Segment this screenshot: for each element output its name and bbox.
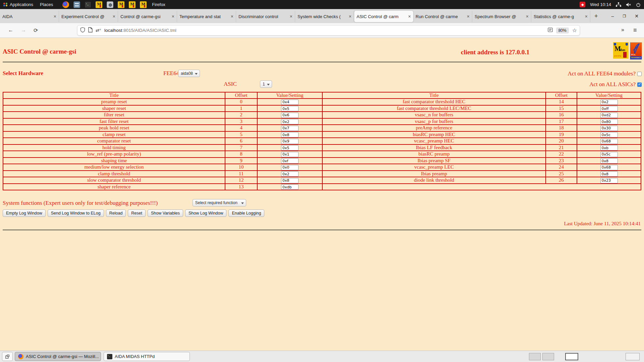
places-menu[interactable]: Places: [37, 0, 56, 9]
register-value-input[interactable]: [281, 178, 299, 183]
register-value-input[interactable]: [281, 145, 299, 150]
tab-close-icon[interactable]: ×: [172, 14, 174, 19]
workspace-1[interactable]: [529, 353, 541, 360]
midas-logo[interactable]: M idas powered by: [613, 42, 629, 59]
midas-launcher-icon[interactable]: [140, 1, 147, 8]
tab-close-icon[interactable]: ×: [467, 14, 470, 19]
action-button-send-log-window-to-elog[interactable]: Send Log Window to ELog: [48, 209, 104, 217]
action-button-reload[interactable]: Reload: [106, 209, 126, 217]
notification-icon[interactable]: ◆: [580, 2, 585, 7]
zoom-level-button[interactable]: 80%: [556, 27, 569, 34]
clock[interactable]: Wed 10:14: [590, 2, 611, 7]
register-value-input[interactable]: [600, 119, 618, 124]
register-value-input[interactable]: [281, 132, 299, 137]
url-text[interactable]: localhost:8015/AIDA/ASIC/ASIC.tml: [104, 28, 176, 33]
register-value-input[interactable]: [281, 126, 299, 131]
register-value-input[interactable]: [600, 139, 618, 144]
register-value-input[interactable]: [600, 158, 618, 164]
tab-close-icon[interactable]: ×: [408, 14, 411, 19]
show-desktop-button[interactable]: [2, 352, 13, 361]
shield-icon[interactable]: [80, 27, 85, 34]
workspace-2[interactable]: [542, 353, 554, 360]
browser-tab[interactable]: System wide Checks (×: [295, 11, 354, 22]
browser-tab[interactable]: Control @ carme-gsi×: [118, 11, 177, 22]
tab-close-icon[interactable]: ×: [290, 14, 292, 19]
register-value-input[interactable]: [281, 113, 299, 118]
action-button-show-log-window[interactable]: Show Log Window: [185, 209, 227, 217]
new-tab-button[interactable]: +: [590, 13, 602, 20]
terminal-launcher-icon[interactable]: [85, 1, 91, 8]
asic-select[interactable]: 1: [260, 80, 272, 88]
reload-button[interactable]: ⟳: [34, 27, 38, 34]
toolbar-overflow-icon[interactable]: »: [621, 27, 624, 33]
tcl-powered-logo[interactable]: TCL POWERED: [630, 42, 642, 60]
register-value-input[interactable]: [281, 139, 299, 144]
tab-close-icon[interactable]: ×: [54, 14, 56, 19]
midas-launcher-icon[interactable]: [129, 1, 136, 8]
power-icon[interactable]: [636, 2, 641, 7]
action-button-empty-log-window[interactable]: Empty Log Window: [3, 209, 46, 217]
forward-button[interactable]: →: [21, 27, 26, 33]
browser-tab[interactable]: Run Control @ carme×: [413, 11, 472, 22]
page-info-icon[interactable]: [88, 27, 93, 34]
browser-tab[interactable]: AIDA×: [0, 11, 59, 22]
action-button-reset[interactable]: Reset: [128, 209, 146, 217]
register-value-input[interactable]: [281, 165, 299, 170]
browser-tab[interactable]: Statistics @ carme-g×: [531, 11, 590, 22]
register-value-input[interactable]: [600, 126, 618, 131]
register-value-input[interactable]: [600, 132, 618, 137]
window-close-button[interactable]: ✕: [635, 13, 639, 19]
action-button-show-variables[interactable]: Show Variables: [148, 209, 183, 217]
register-value-input[interactable]: [281, 100, 299, 105]
workspace-4[interactable]: [626, 353, 640, 360]
browser-tab[interactable]: Experiment Control @×: [59, 11, 118, 22]
taskbar-window-button[interactable]: ASIC Control @ carme-gsi — Mozill...: [15, 352, 101, 361]
act-on-all-asics-checkbox[interactable]: [637, 82, 642, 87]
tab-close-icon[interactable]: ×: [585, 14, 588, 19]
register-value-input[interactable]: [600, 106, 618, 111]
register-value-input[interactable]: [600, 113, 618, 118]
reader-mode-icon[interactable]: [548, 27, 553, 33]
firefox-launcher-icon[interactable]: [62, 1, 69, 8]
tab-close-icon[interactable]: ×: [231, 14, 233, 19]
act-on-all-fee64-checkbox[interactable]: [637, 72, 642, 76]
register-value-input[interactable]: [600, 165, 618, 170]
register-value-input[interactable]: [600, 145, 618, 150]
focused-app-name[interactable]: Firefox: [152, 2, 165, 7]
tab-close-icon[interactable]: ×: [349, 14, 352, 19]
register-value-input[interactable]: [600, 178, 618, 183]
midas-launcher-icon[interactable]: [96, 1, 102, 8]
register-value-input[interactable]: [281, 119, 299, 124]
back-button[interactable]: ←: [8, 27, 13, 33]
window-minimize-button[interactable]: –: [611, 13, 614, 19]
register-value-input[interactable]: [281, 184, 299, 190]
volume-muted-icon[interactable]: [626, 2, 631, 7]
tab-close-icon[interactable]: ×: [113, 14, 115, 19]
register-value-input[interactable]: [281, 171, 299, 177]
register-value-input[interactable]: [600, 171, 618, 177]
hamburger-menu-icon[interactable]: ≡: [633, 27, 637, 34]
file-manager-launcher-icon[interactable]: [73, 1, 80, 8]
register-value-input[interactable]: [281, 106, 299, 111]
taskbar-window-button[interactable]: AIDA MIDAS HTTPd: [104, 352, 190, 361]
browser-tab[interactable]: Spectrum Browser @×: [472, 11, 531, 22]
browser-tab[interactable]: ASIC Control @ carm×: [354, 11, 413, 22]
bookmark-star-icon[interactable]: ☆: [572, 27, 577, 34]
system-functions-select[interactable]: Select required function: [193, 199, 246, 206]
browser-tab[interactable]: Temperature and stat×: [177, 11, 236, 22]
tab-close-icon[interactable]: ×: [526, 14, 529, 19]
register-value-input[interactable]: [600, 152, 618, 157]
register-value-input[interactable]: [281, 158, 299, 164]
midas-launcher-icon[interactable]: [118, 1, 124, 8]
permissions-icon[interactable]: ⇄°: [96, 28, 101, 33]
window-maximize-button[interactable]: ❐: [623, 14, 626, 18]
screenshot-launcher-icon[interactable]: [107, 1, 113, 8]
workspace-active[interactable]: [565, 353, 578, 360]
browser-tab[interactable]: Discriminator control×: [236, 11, 295, 22]
action-button-enable-logging[interactable]: Enable Logging: [228, 209, 264, 217]
register-value-input[interactable]: [281, 152, 299, 157]
fee64-select[interactable]: aida08: [178, 70, 200, 77]
network-icon[interactable]: [616, 2, 621, 7]
applications-menu[interactable]: Applications: [0, 0, 37, 9]
register-value-input[interactable]: [600, 100, 618, 105]
